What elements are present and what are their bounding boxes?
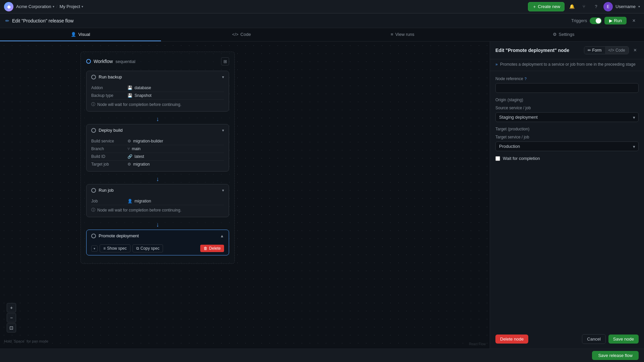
node-ref-info-icon[interactable]: ?	[525, 77, 527, 81]
run-button[interactable]: ▶ Run	[604, 17, 627, 24]
notification-icon[interactable]: 🔔	[567, 2, 577, 11]
nav-actions: ＋ Create new 🔔 ⑂ ? E Username ▾	[528, 2, 640, 11]
promote-radio	[91, 234, 96, 238]
target-service-select[interactable]: Production	[495, 141, 639, 151]
node-reference-input[interactable]	[495, 83, 639, 93]
addon-label: Addon	[91, 85, 125, 90]
source-service-group: Source service / job Staging deployment …	[495, 106, 639, 122]
tab-code[interactable]: </> Code	[161, 28, 322, 41]
node-reference-group: Node reference ?	[495, 76, 639, 93]
run-job-chevron: ▾	[222, 188, 224, 193]
branch-icon[interactable]: ⑂	[579, 2, 589, 11]
target-service-label: Target service / job	[495, 135, 639, 139]
snapshot-icon: 💾	[127, 93, 132, 98]
grid-button[interactable]: ⊞	[221, 57, 229, 65]
source-service-select-wrapper: Staging deployment ▾	[495, 112, 639, 122]
promote-deployment-header[interactable]: Promote deployment ▲	[87, 230, 229, 242]
copy-spec-button[interactable]: ⧉ Copy spec	[132, 244, 163, 252]
panel-tab-code[interactable]: </> Code	[605, 47, 629, 54]
run-backup-addon-row: Addon 💾 database	[91, 84, 224, 92]
triggers-label: Triggers	[571, 18, 587, 23]
node-run-job-header[interactable]: Run job ▾	[87, 184, 229, 196]
react-flow-label: React Flow	[469, 342, 486, 346]
fit-view-button[interactable]: ⊡	[7, 323, 16, 333]
info-circle-icon-2: ⓘ	[91, 207, 95, 213]
branch-icon: ⑂	[127, 146, 130, 151]
delete-inline-button[interactable]: 🗑 Delete	[200, 245, 224, 252]
target-label: Target (production)	[495, 127, 639, 131]
avatar[interactable]: E	[603, 2, 613, 11]
addon-value: 💾 database	[127, 85, 151, 90]
plus-icon: ＋	[532, 4, 537, 10]
workflow-header-actions: ⊞	[221, 57, 229, 65]
workflow-header: Workflow sequential ⊞	[86, 57, 229, 65]
save-release-flow-button[interactable]: Save release flow	[592, 351, 639, 360]
run-backup-body: Addon 💾 database Backup type 💾 Snapshot	[87, 83, 229, 111]
source-service-label: Source service / job	[495, 106, 639, 110]
workflow-radio	[86, 59, 91, 64]
help-icon[interactable]: ?	[591, 2, 601, 11]
visual-icon: 👤	[71, 32, 76, 37]
expand-chevron-button[interactable]: ▾	[91, 245, 98, 252]
window-title-bar: ✏ Edit "Production" release flow Trigger…	[0, 13, 644, 28]
arrow-icon: »	[495, 62, 498, 67]
tab-settings[interactable]: ⚙ Settings	[483, 28, 644, 41]
panel-description: » Promotes a deployment to a service or …	[490, 59, 644, 71]
build-id-row: Build ID 🔗 latest	[91, 153, 224, 161]
create-new-button[interactable]: ＋ Create new	[528, 2, 565, 11]
target-job-label: Target job	[91, 162, 125, 167]
node-promote-deployment: Promote deployment ▲ ▾ ≡ Show spec ⧉ Cop…	[86, 230, 229, 255]
tab-view-runs[interactable]: ≡ View runs	[322, 28, 483, 41]
bottom-bar: Save release flow	[0, 349, 644, 362]
show-spec-button[interactable]: ≡ Show spec	[100, 244, 130, 252]
run-job-radio	[91, 188, 96, 193]
close-panel-button[interactable]: ×	[632, 47, 639, 54]
node-run-backup-header[interactable]: Run backup ▾	[87, 71, 229, 83]
username-label[interactable]: Username	[615, 4, 636, 9]
wait-for-completion-checkbox[interactable]	[495, 156, 500, 161]
panel-footer: Delete node Cancel Save node	[490, 329, 644, 349]
wait-for-completion-label: Wait for completion	[503, 156, 540, 161]
panel-title: Edit "Promote deployment" node	[495, 48, 581, 53]
panel-tab-form[interactable]: ✏ Form	[584, 47, 605, 54]
triggers-group: Triggers ▶ Run	[571, 17, 627, 24]
canvas-area[interactable]: Workflow sequential ⊞ Run backup ▾	[0, 42, 490, 349]
node-reference-label: Node reference ?	[495, 76, 639, 81]
job-value: 👤 migration	[127, 199, 151, 203]
backup-type-value: 💾 Snapshot	[127, 93, 152, 98]
run-job-info: ⓘ Node will wait for completion before c…	[91, 205, 224, 214]
edit-icon: ✏	[5, 18, 9, 23]
info-circle-icon: ⓘ	[91, 102, 95, 107]
copy-icon: ⧉	[136, 246, 139, 251]
cancel-button[interactable]: Cancel	[582, 334, 605, 344]
user-chevron: ▾	[638, 5, 640, 8]
org-name[interactable]: Acme Corporation ▾	[16, 4, 54, 9]
show-spec-icon: ≡	[103, 246, 106, 251]
node-deploy-build-header[interactable]: Deploy build ▾	[87, 124, 229, 136]
triggers-toggle[interactable]	[590, 17, 602, 24]
promote-chevron: ▲	[220, 234, 224, 238]
source-service-select[interactable]: Staging deployment	[495, 112, 639, 122]
window-title: Edit "Production" release flow	[12, 18, 73, 23]
project-name[interactable]: My Project ▾	[59, 4, 83, 9]
delete-node-button[interactable]: Delete node	[495, 335, 528, 344]
deploy-build-radio	[91, 128, 96, 133]
origin-group: Origin (staging) Source service / job St…	[495, 98, 639, 122]
origin-label: Origin (staging)	[495, 98, 639, 102]
service-icon: ⚙	[127, 139, 131, 143]
trash-icon: 🗑	[204, 246, 208, 251]
top-nav: ◈ Acme Corporation ▾ / My Project ▾ ＋ Cr…	[0, 0, 644, 13]
save-node-button[interactable]: Save node	[608, 335, 639, 344]
project-chevron: ▾	[82, 5, 83, 8]
run-backup-type-row: Backup type 💾 Snapshot	[91, 92, 224, 100]
branch-label: Branch	[91, 146, 125, 151]
origin-value: (staging)	[507, 98, 523, 102]
branch-row: Branch ⑂ main	[91, 145, 224, 153]
breadcrumb: Acme Corporation ▾ / My Project ▾	[16, 4, 83, 9]
close-window-button[interactable]: ×	[629, 16, 639, 25]
tab-visual[interactable]: 👤 Visual	[0, 28, 161, 41]
job-row: Job 👤 migration	[91, 197, 224, 205]
target-service-group: Target service / job Production ▾	[495, 135, 639, 151]
zoom-in-button[interactable]: +	[7, 303, 16, 312]
zoom-out-button[interactable]: −	[7, 313, 16, 322]
